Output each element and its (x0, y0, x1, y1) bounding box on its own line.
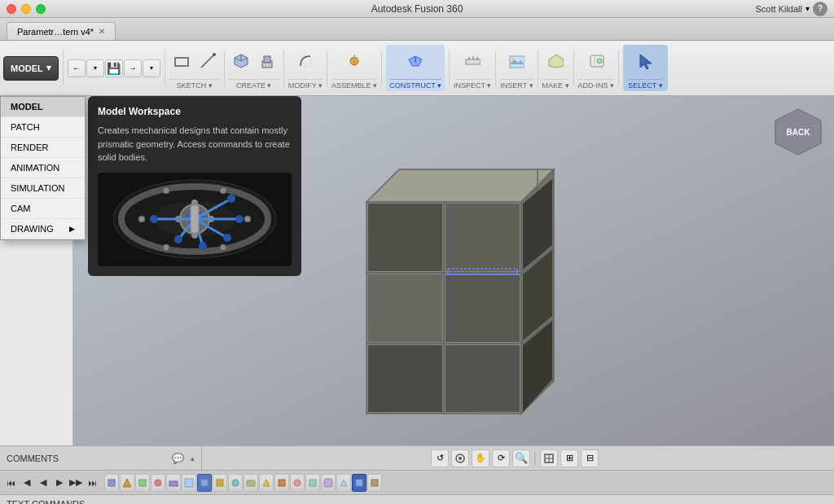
tab-parametr[interactable]: Parametr…tern v4* ✕ (7, 22, 116, 40)
workspace-simulation[interactable]: SIMULATION (1, 178, 85, 199)
tl-op-9[interactable] (228, 474, 243, 492)
navigation-cube[interactable]: BACK (769, 103, 827, 161)
vc-orbit-btn[interactable]: ↺ (431, 449, 449, 467)
svg-rect-68 (368, 274, 442, 342)
addins-label[interactable]: ADD-INS ▾ (578, 79, 615, 90)
timeline-icons (104, 474, 823, 492)
undo-button[interactable]: ← (68, 59, 86, 77)
tl-op-14[interactable] (305, 474, 320, 492)
tl-op-5[interactable] (166, 474, 181, 492)
tab-close-icon[interactable]: ✕ (99, 27, 105, 36)
tl-op-16[interactable] (336, 474, 351, 492)
vc-show-hide-btn[interactable]: ⊟ (581, 449, 599, 467)
drawing-submenu-icon: ▶ (69, 225, 75, 233)
sketch-rect-btn[interactable] (169, 46, 194, 76)
workspace-drawing[interactable]: DRAWING ▶ (1, 219, 85, 239)
svg-rect-104 (279, 480, 285, 486)
construct-plane-icon (407, 53, 424, 69)
svg-rect-100 (217, 480, 223, 486)
make-3dprint-btn[interactable] (543, 46, 568, 76)
tl-op-18[interactable] (367, 474, 382, 492)
assemble-label[interactable]: ASSEMBLE ▾ (331, 79, 377, 90)
select-label[interactable]: SELECT ▾ (628, 79, 662, 90)
vc-zoom-fit-btn[interactable]: ⟳ (492, 449, 510, 467)
svg-point-24 (597, 59, 602, 64)
window-controls (7, 4, 46, 14)
sketch-line-btn[interactable] (195, 46, 220, 76)
make-3dprint-icon (547, 53, 564, 69)
toolbar-make-group: MAKE ▾ (542, 46, 569, 90)
construct-plane-btn[interactable] (404, 46, 427, 76)
toolbar: MODEL ▾ ← ▾ 💾 → ▾ SK (0, 41, 834, 96)
tl-prev[interactable]: ◀ (20, 474, 34, 492)
assemble-joint-btn[interactable] (342, 46, 367, 76)
tl-skip-end[interactable]: ⏭ (85, 474, 99, 492)
comments-label: COMMENTS (7, 454, 59, 463)
toolbar-divider-9 (538, 50, 538, 86)
tl-op-10[interactable] (244, 474, 258, 492)
vc-look-btn[interactable] (451, 449, 469, 467)
tl-skip-start[interactable]: ⏮ (3, 474, 18, 492)
create-box-btn[interactable] (229, 46, 253, 76)
tl-op-6[interactable] (182, 474, 196, 492)
workspace-render[interactable]: RENDER (1, 138, 85, 158)
tl-op-11[interactable] (259, 474, 274, 492)
addins-btn[interactable] (584, 46, 608, 76)
tl-op-4[interactable] (151, 474, 165, 492)
tl-prev-step[interactable]: ◀ (36, 474, 50, 492)
toolbar-divider-3 (224, 50, 225, 86)
minimize-button[interactable] (21, 4, 31, 14)
undo-dropdown[interactable]: ▾ (86, 59, 104, 77)
tl-op-13[interactable] (290, 474, 305, 492)
insert-label[interactable]: INSERT ▾ (500, 79, 533, 90)
sketch-label[interactable]: SKETCH ▾ (169, 79, 220, 90)
inspect-measure-btn[interactable] (460, 46, 485, 76)
tl-op-17[interactable] (352, 474, 367, 492)
tl-op-12[interactable] (274, 474, 289, 492)
workspace-cam[interactable]: CAM (1, 199, 85, 219)
redo-dropdown[interactable]: ▾ (143, 59, 160, 77)
tl-next-step[interactable]: ▶▶ (68, 474, 83, 492)
inspect-label[interactable]: INSPECT ▾ (454, 79, 491, 90)
workspace-patch[interactable]: PATCH (1, 117, 85, 138)
vc-grid-btn[interactable]: ⊞ (560, 449, 578, 467)
vc-zoom-btn[interactable]: 🔍 (512, 449, 530, 467)
workspace-button[interactable]: MODEL ▾ (3, 56, 59, 81)
insert-image-btn[interactable] (504, 46, 529, 76)
tl-play[interactable]: ▶ (52, 474, 67, 492)
redo-button[interactable]: → (124, 59, 142, 77)
viewport[interactable]: BACK (73, 96, 834, 445)
tl-op-7[interactable] (197, 474, 212, 492)
svg-rect-107 (324, 479, 332, 487)
modify-fillet-btn[interactable] (293, 46, 318, 76)
maximize-button[interactable] (36, 4, 46, 14)
vc-display-btn[interactable] (540, 449, 558, 467)
create-extrude-btn[interactable] (255, 46, 279, 76)
svg-point-101 (232, 480, 239, 486)
workspace-model[interactable]: MODEL (1, 97, 85, 117)
toolbar-select-group: SELECT ▾ (623, 45, 667, 91)
create-label[interactable]: CREATE ▾ (229, 79, 279, 90)
tl-op-3[interactable] (135, 474, 150, 492)
create-box-icon (233, 53, 249, 69)
main-content: 👁 👁 👁 ▶ 📁 Construction (0, 96, 834, 445)
vc-pan-btn[interactable]: ✋ (472, 449, 489, 467)
tl-op-15[interactable] (321, 474, 336, 492)
construct-label[interactable]: CONSTRUCT ▾ (389, 79, 441, 90)
make-label[interactable]: MAKE ▾ (542, 79, 569, 90)
close-button[interactable] (7, 4, 16, 14)
save-button[interactable]: 💾 (105, 59, 123, 77)
comments-expand-icon[interactable]: ▴ (191, 454, 195, 462)
select-btn[interactable] (634, 46, 656, 76)
workspace-animation[interactable]: ANIMATION (1, 158, 85, 178)
tl-op-8[interactable] (213, 474, 227, 492)
comments-icon[interactable]: 💬 (172, 453, 184, 464)
modify-label[interactable]: MODIFY ▾ (288, 79, 323, 90)
tl-op-2[interactable] (120, 474, 134, 492)
help-button[interactable]: ? (813, 2, 827, 16)
tl-op-1[interactable] (104, 474, 119, 492)
user-dropdown-icon[interactable]: ▾ (805, 4, 810, 13)
toolbar-modify-group: MODIFY ▾ (288, 46, 323, 90)
svg-point-20 (511, 58, 515, 61)
user-name[interactable]: Scott Kildall (756, 4, 802, 14)
